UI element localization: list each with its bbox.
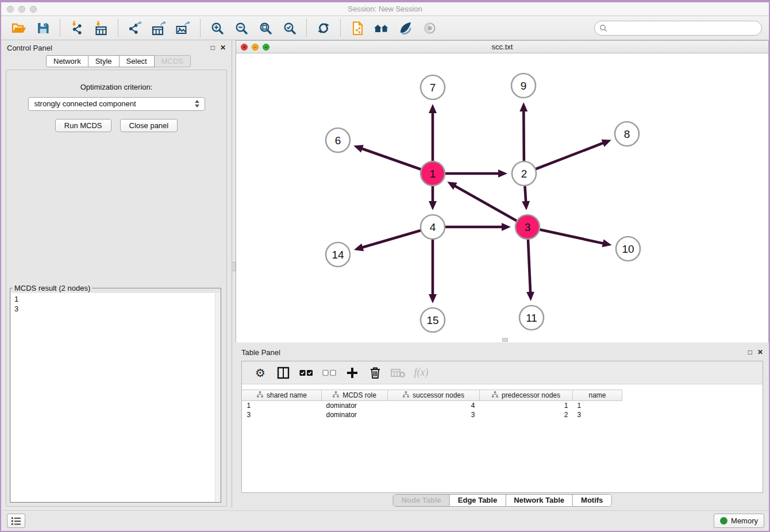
open-session-icon[interactable] [10,20,28,37]
minimize-window-icon[interactable] [18,6,25,13]
zoom-in-icon[interactable] [209,20,226,37]
table-cell[interactable]: 1 [573,401,622,410]
toolbar-separator [60,20,60,37]
edge-arrowhead [522,201,530,210]
select-all-columns-icon[interactable] [299,365,314,380]
network-window-titlebar[interactable]: ✕ − + scc.txt [236,41,768,53]
table-panel-header: Table Panel □ ✕ [236,345,769,360]
import-table-icon[interactable] [93,20,110,37]
table-cell[interactable]: 2 [480,410,573,419]
zoom-fit-icon[interactable] [257,20,274,37]
refresh-layout-icon[interactable] [315,20,332,37]
tab-network[interactable]: Network [46,55,88,67]
panel-splitter[interactable] [232,40,236,508]
close-window-icon[interactable] [7,6,14,13]
memory-button[interactable]: Memory [714,514,764,528]
table-cell[interactable]: 3 [242,410,322,419]
settings-gear-icon[interactable]: ⚙ [253,365,268,380]
criterion-select[interactable]: strongly connected component [28,97,205,111]
network-window-title: scc.txt [236,41,768,53]
column-header-predecessor-nodes[interactable]: predecessor nodes [480,390,573,401]
tab-node-table[interactable]: Node Table [394,495,449,506]
import-network-icon[interactable] [68,20,86,37]
network-close-icon[interactable]: ✕ [241,44,248,51]
network-minimize-icon[interactable]: − [252,44,259,51]
float-panel-icon[interactable]: □ [211,44,215,51]
network-maximize-icon[interactable]: + [263,44,270,51]
tab-mcds[interactable]: MCDS [155,55,191,67]
toolbar-separator [306,20,307,37]
column-header-MCDS-role[interactable]: MCDS role [322,390,388,401]
search-input[interactable] [607,24,761,33]
result-line: 3 [14,304,217,314]
close-panel-icon[interactable]: ✕ [220,44,226,51]
column-label: successor nodes [413,391,464,399]
export-image-icon[interactable] [175,20,192,37]
main-toolbar [1,16,769,40]
export-network-icon[interactable] [126,20,144,37]
apply-style-icon[interactable] [397,20,414,37]
tab-style[interactable]: Style [88,55,120,67]
splitter-grip[interactable] [232,262,236,271]
home-view-icon[interactable] [373,20,390,37]
network-canvas[interactable]: 7968124314101511 [236,53,768,342]
table-cell[interactable]: 1 [242,401,322,410]
window-title: Session: New Session [1,2,769,16]
edge-arrowhead [602,240,612,248]
table-cell[interactable]: dominator [322,401,388,410]
task-history-button[interactable] [7,514,25,528]
graph-node-label-2: 2 [521,168,528,180]
criterion-selected-value: strongly connected component [34,99,136,108]
edge-arrowhead [429,104,437,113]
copy-network-icon[interactable] [349,20,366,37]
graph-node-label-11: 11 [526,312,537,324]
column-label: shared name [267,391,307,399]
delete-columns-icon[interactable] [368,365,383,380]
table-row[interactable]: 3dominator323 [242,410,622,419]
tab-motifs[interactable]: Motifs [572,495,611,506]
tab-select[interactable]: Select [120,55,155,67]
column-header-name[interactable]: name [573,390,622,401]
tab-edge-table[interactable]: Edge Table [449,495,505,506]
show-hide-graphics-icon[interactable] [421,20,438,37]
application-window: Session: New Session [0,0,770,532]
mcds-panel: Optimization criterion: strongly connect… [6,70,227,507]
table-cell[interactable]: 3 [388,410,480,419]
column-header-shared-name[interactable]: shared name [242,390,322,401]
close-table-panel-icon[interactable]: ✕ [757,349,763,356]
graph-svg[interactable]: 7968124314101511 [236,53,768,342]
zoom-window-icon[interactable] [30,6,37,13]
column-header-successor-nodes[interactable]: successor nodes [388,390,480,401]
run-mcds-button[interactable]: Run MCDS [55,119,111,132]
save-session-icon[interactable] [34,20,52,37]
graph-node-label-6: 6 [335,134,341,147]
graph-node-label-9: 9 [521,80,527,92]
table-cell[interactable]: dominator [322,410,388,419]
edge-arrowhead [429,201,437,210]
tab-network-table[interactable]: Network Table [505,495,572,506]
status-bar: Memory [1,510,769,531]
memory-label: Memory [731,516,758,525]
node-table: shared name MCDS role successor nodes pr… [242,390,622,419]
zoom-out-icon[interactable] [233,20,250,37]
graph-node-label-10: 10 [622,243,634,255]
add-column-icon[interactable] [345,365,360,380]
tree-icon [333,391,339,399]
show-columns-icon[interactable] [276,365,291,380]
column-label: predecessor nodes [502,391,560,399]
table-cell[interactable]: 3 [573,410,622,419]
column-label: MCDS role [342,391,376,399]
mcds-result-text[interactable]: 13 [11,293,220,502]
close-panel-button[interactable]: Close panel [120,119,178,132]
table-cell[interactable]: 4 [388,401,480,410]
search-box[interactable] [594,21,762,36]
edge-2-8[interactable] [524,142,604,174]
table-cell[interactable]: 1 [480,401,573,410]
table-row[interactable]: 1dominator411 [242,401,622,410]
zoom-selected-icon[interactable] [281,20,298,37]
result-scrollbar[interactable] [215,293,220,502]
network-hscroll-handle[interactable] [502,338,508,342]
export-table-icon[interactable] [151,20,168,37]
unselect-all-columns-icon[interactable] [322,365,337,380]
float-table-panel-icon[interactable]: □ [748,349,752,356]
